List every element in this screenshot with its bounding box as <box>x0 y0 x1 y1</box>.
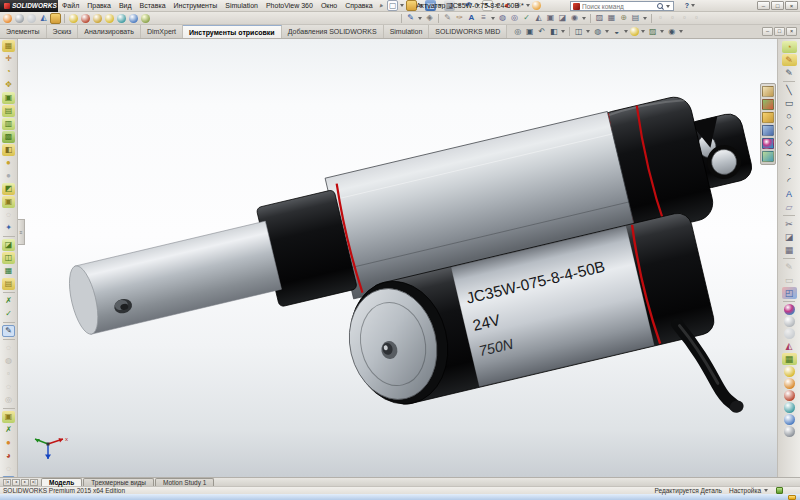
search-icon[interactable] <box>657 3 663 9</box>
apply-scene-icon[interactable] <box>647 26 658 37</box>
tab-features[interactable]: Элементы <box>0 25 47 38</box>
doc-restore-button[interactable]: □ <box>774 27 785 36</box>
active-tool-icon[interactable] <box>2 325 15 337</box>
hideshow-caret-icon[interactable] <box>624 30 628 33</box>
tab-model[interactable]: Модель <box>41 478 82 486</box>
pan-view-icon[interactable] <box>2 79 15 91</box>
decal-icon[interactable] <box>93 14 102 23</box>
grid-colored-icon[interactable] <box>2 265 15 277</box>
sphere-gray-icon[interactable] <box>2 170 15 182</box>
previous-view-icon[interactable] <box>536 26 547 37</box>
view-palette-tab-icon[interactable] <box>762 125 774 136</box>
weld-symbol-icon[interactable] <box>533 13 544 24</box>
feature-box-icon[interactable] <box>2 239 15 251</box>
view-settings-icon[interactable] <box>666 26 677 37</box>
feature-box-icon[interactable] <box>2 92 15 104</box>
sphere-gray-icon[interactable] <box>784 426 795 437</box>
point-tool-icon[interactable] <box>782 162 797 174</box>
centerline-icon[interactable] <box>618 13 629 24</box>
tab-dimxpert[interactable]: DimXpert <box>141 25 183 38</box>
configuration-dropdown[interactable]: Настройка <box>729 487 769 494</box>
render-person-icon[interactable] <box>38 13 49 24</box>
tab-3d-views[interactable]: Трехмерные виды <box>83 478 154 486</box>
colored-cube-icon[interactable] <box>782 353 797 365</box>
sphere-orange-icon[interactable] <box>784 378 795 389</box>
render-gray-icon[interactable] <box>15 14 24 23</box>
spell-check-icon[interactable] <box>442 13 453 24</box>
graphics-viewport[interactable]: JC35W-075-8-4-50B JC35W-075-8-4-50B 24V … <box>18 39 777 477</box>
spline-tool-icon[interactable] <box>782 149 797 161</box>
hide-show-items-icon[interactable] <box>611 26 622 37</box>
tab-sketch[interactable]: Эскиз <box>47 25 79 38</box>
integrated-preview-icon[interactable] <box>105 14 114 23</box>
feature-box-icon[interactable] <box>2 144 15 156</box>
restore-button[interactable]: □ <box>771 1 784 10</box>
trim-tool-icon[interactable] <box>782 218 797 230</box>
blocks-icon[interactable] <box>606 13 617 24</box>
geometric-tolerance-icon[interactable] <box>545 13 556 24</box>
arc-tool-icon[interactable] <box>782 123 797 135</box>
sphere-blue-icon[interactable] <box>784 414 795 425</box>
sphere-yellow-icon[interactable] <box>784 366 795 377</box>
featuremanager-collapsed-handle[interactable]: ≡ <box>18 219 25 245</box>
area-hatch-icon[interactable] <box>594 13 605 24</box>
render-options-icon[interactable] <box>141 14 150 23</box>
fillet-tool-icon[interactable] <box>782 175 797 187</box>
yellow-box-icon[interactable] <box>2 278 15 290</box>
final-render-icon[interactable] <box>129 14 138 23</box>
note-icon[interactable] <box>466 13 477 24</box>
design-library-tab-icon[interactable] <box>762 99 774 110</box>
appearances-tab-icon[interactable] <box>762 138 774 149</box>
preview-window-icon[interactable] <box>117 14 126 23</box>
note-caret-icon[interactable] <box>491 17 495 20</box>
render-folder-icon[interactable] <box>50 13 61 24</box>
ellipse-tool-icon[interactable] <box>782 136 797 148</box>
display-style-icon[interactable] <box>592 26 603 37</box>
menu-insert[interactable]: Вставка <box>136 2 170 9</box>
tab-evaluate[interactable]: Анализировать <box>78 25 141 38</box>
resources-tab-icon[interactable] <box>762 86 774 97</box>
scene-caret-icon[interactable] <box>660 30 664 33</box>
feature-box-icon[interactable] <box>2 131 15 143</box>
doc-minimize-button[interactable]: – <box>762 27 773 36</box>
notification-icon[interactable] <box>788 495 796 500</box>
zoom-area-icon[interactable] <box>524 26 535 37</box>
tables-caret-icon[interactable] <box>643 17 647 20</box>
custom-properties-tab-icon[interactable] <box>762 151 774 162</box>
feature-box-icon[interactable] <box>2 196 15 208</box>
actuator-model[interactable]: JC35W-075-8-4-50B JC35W-075-8-4-50B 24V … <box>57 82 777 477</box>
appearance-ball-icon[interactable] <box>784 304 795 315</box>
annotation-caret-icon[interactable] <box>582 17 586 20</box>
model-canvas[interactable]: JC35W-075-8-4-50B JC35W-075-8-4-50B 24V … <box>18 39 777 477</box>
view-orientation-icon[interactable] <box>573 26 584 37</box>
prev-tab-icon[interactable]: ◂ <box>12 479 20 486</box>
color-chart-icon[interactable] <box>782 41 797 53</box>
tag-icon[interactable] <box>776 487 783 494</box>
minimize-button[interactable]: – <box>757 1 770 10</box>
pencil-icon[interactable] <box>782 67 797 79</box>
help-button[interactable]: ? <box>685 2 696 9</box>
close-button[interactable]: × <box>785 1 798 10</box>
surface-finish-icon[interactable] <box>521 13 532 24</box>
sphere-tool-icon[interactable] <box>2 157 15 169</box>
menu-simulation[interactable]: Simulation <box>221 2 262 9</box>
sketch-edit-icon[interactable] <box>782 54 797 66</box>
menu-view[interactable]: Вид <box>115 2 136 9</box>
doc-close-button[interactable]: × <box>786 27 797 36</box>
linear-note-pattern-icon[interactable] <box>478 13 489 24</box>
configuration-caret-icon[interactable] <box>764 489 768 492</box>
menu-window[interactable]: Окно <box>317 2 341 9</box>
zoom-fit-icon[interactable] <box>512 26 523 37</box>
feature-box-icon[interactable] <box>2 118 15 130</box>
mass-properties-icon[interactable] <box>2 308 15 320</box>
mirror-tool-icon[interactable] <box>782 231 797 243</box>
feature-box-icon[interactable] <box>2 411 15 423</box>
render-dim-icon[interactable] <box>27 14 36 23</box>
pattern-tool-icon[interactable] <box>782 244 797 256</box>
orientation-caret-icon[interactable] <box>586 30 590 33</box>
command-search-box[interactable] <box>570 1 674 11</box>
move-tool-icon[interactable] <box>2 53 15 65</box>
section-view-icon[interactable] <box>548 26 559 37</box>
tab-simulation[interactable]: Simulation <box>384 25 430 38</box>
line-tool-icon[interactable] <box>782 84 797 96</box>
